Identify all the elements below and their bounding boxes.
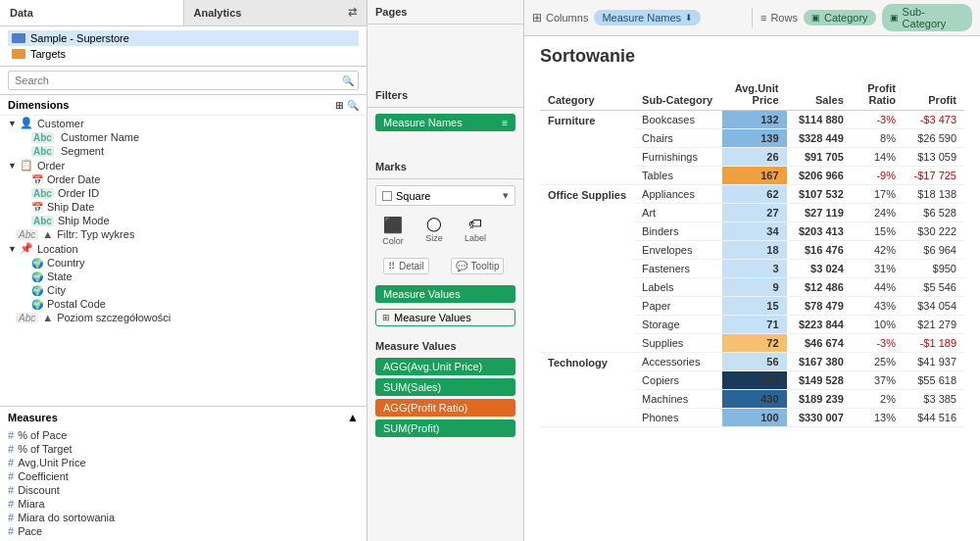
hash-icon: #	[8, 525, 14, 537]
table-cell-avgprice: 100	[722, 409, 786, 427]
field-icon: ▲	[42, 228, 53, 240]
table-cell-sales: $3 024	[787, 260, 852, 278]
marks-type-selector[interactable]: Square ▾	[375, 185, 515, 206]
mark-color-control[interactable]: ⬛ Color	[375, 216, 411, 246]
rows-subcategory-pill[interactable]: ▣ Sub-Category	[882, 4, 972, 31]
tree-group-location[interactable]: ▼ 📌 Location	[0, 241, 367, 256]
table-cell-avgprice: 27	[722, 204, 786, 222]
tree-item-orderid[interactable]: Abc Order ID	[0, 186, 367, 200]
mark-size-control[interactable]: ◯ Size	[416, 216, 452, 246]
mark-tooltip-shelf[interactable]: 💬 Tooltip	[451, 258, 505, 274]
folder-icon: 👤	[20, 117, 33, 129]
marks-controls: ⬛ Color ◯ Size 🏷 Label	[375, 216, 515, 246]
table-cell-avgprice: 18	[722, 241, 786, 260]
columns-measure-names-pill[interactable]: Measure Names ⬇	[594, 10, 701, 25]
table-icon: ⊞	[382, 313, 390, 322]
measure-chip-profit[interactable]: SUM(Profit)	[375, 419, 515, 437]
tree-item-shipdate[interactable]: 📅 Ship Date	[0, 200, 367, 214]
rows-category-pill[interactable]: ▣ Category	[804, 10, 876, 25]
datasource-superstore[interactable]: Sample - Superstore	[8, 30, 359, 46]
table-cell-profitratio: -3%	[852, 334, 904, 353]
table-cell-profit: -$3 473	[904, 111, 964, 129]
table-cell-profit: $6 528	[904, 204, 964, 222]
measure-chip-sales[interactable]: SUM(Sales)	[375, 378, 515, 396]
data-sources-list: Sample - Superstore Targets	[0, 26, 367, 67]
tree-item-paceperc[interactable]: # % of Pace	[0, 428, 367, 442]
measure-values-shelf-chip-2[interactable]: ⊞ Measure Values	[375, 309, 515, 326]
search-input[interactable]	[8, 71, 359, 90]
measure-chip-avgprice[interactable]: AGG(Avg.Unit Price)	[375, 358, 515, 375]
toolbar-divider	[752, 8, 753, 27]
dimensions-grid-icon[interactable]: ⊞	[335, 100, 343, 111]
table-cell-sales: $328 449	[787, 129, 852, 148]
tree-item-filtr[interactable]: Abc ▲ Filtr: Typ wykres	[0, 227, 367, 241]
measure-chip-profitratio[interactable]: AGG(Profit Ratio)	[375, 399, 515, 417]
col-header-profit: Profit	[904, 78, 964, 111]
table-cell-avgprice: 430	[722, 390, 786, 409]
abc-special-icon: Abc	[16, 229, 38, 240]
globe-icon: 🌍	[31, 258, 43, 269]
detail-icon: ⠿	[388, 261, 395, 271]
filter-chip-icon: ≡	[502, 118, 508, 128]
mark-detail-shelf[interactable]: ⠿ Detail	[383, 258, 429, 274]
table-cell-category: Technology	[540, 353, 634, 427]
caret-icon: ▼	[8, 244, 17, 254]
tree-item-city[interactable]: 🌍 City	[0, 283, 367, 297]
table-cell-subcategory: Binders	[634, 222, 722, 241]
table-cell-profit: $13 059	[904, 148, 964, 167]
table-cell-avgprice: 3	[722, 260, 786, 278]
tree-item-orderdate[interactable]: 📅 Order Date	[0, 172, 367, 186]
columns-toolbar: ⊞ Columns Measure Names ⬇	[532, 10, 744, 25]
table-cell-avgprice: 26	[722, 148, 786, 167]
table-cell-profitratio: 8%	[852, 129, 904, 148]
hash-icon: #	[8, 484, 14, 496]
tree-item-targetperc[interactable]: # % of Target	[0, 442, 367, 456]
hash-icon: #	[8, 457, 14, 468]
search-bar: 🔍	[0, 67, 367, 95]
folder-icon: 📌	[20, 242, 33, 255]
tree-group-order[interactable]: ▼ 📋 Order	[0, 158, 367, 172]
tree-group-customer[interactable]: ▼ 👤 Customer	[0, 116, 367, 130]
tree-item-poziom[interactable]: Abc ▲ Poziom szczegółowości	[0, 311, 367, 324]
globe-icon: 🌍	[31, 285, 43, 296]
table-cell-subcategory: Chairs	[634, 129, 722, 148]
tree-item-discount[interactable]: # Discount	[0, 483, 367, 497]
tree-item-coefficient[interactable]: # Coefficient	[0, 469, 367, 483]
tree-item-segment[interactable]: Abc Segment	[0, 144, 367, 158]
datasource-icon	[12, 49, 25, 59]
table-cell-profit: $26 590	[904, 129, 964, 148]
col-header-subcategory: Sub-Category	[634, 78, 722, 111]
table-cell-subcategory: Accessories	[634, 353, 722, 371]
table-cell-category: Office Supplies	[540, 185, 634, 353]
tree-item-avgunitprice[interactable]: # Avg.Unit Price	[0, 456, 367, 469]
table-cell-subcategory: Supplies	[634, 334, 722, 353]
table-cell-profit: -$1 189	[904, 334, 964, 353]
tree-item-shipmode[interactable]: Abc Ship Mode	[0, 214, 367, 227]
table-cell-sales: $16 476	[787, 241, 852, 260]
tree-item-miaradosort[interactable]: # Miara do sortowania	[0, 511, 367, 524]
table-cell-profit: $41 937	[904, 353, 964, 371]
col-header-category: Category	[540, 78, 634, 111]
mark-label-control[interactable]: 🏷 Label	[458, 216, 493, 246]
table-cell-avgprice: 139	[722, 129, 786, 148]
field-icon: ▲	[42, 312, 53, 323]
tree-item-pace[interactable]: # Pace	[0, 524, 367, 538]
col-header-profitratio: Profit Ratio	[852, 78, 904, 111]
tree-item-customername[interactable]: Abc Customer Name	[0, 130, 367, 144]
data-tab[interactable]: Data	[0, 0, 184, 25]
filter-chip-measurenames[interactable]: Measure Names ≡	[375, 114, 515, 131]
table-cell-subcategory: Fasteners	[634, 260, 722, 278]
tree-item-postalcode[interactable]: 🌍 Postal Code	[0, 297, 367, 311]
tree-item-country[interactable]: 🌍 Country	[0, 256, 367, 270]
dimensions-search-icon[interactable]: 🔍	[347, 100, 359, 111]
globe-icon: 🌍	[31, 271, 43, 282]
analytics-tab[interactable]: Analytics ⇄	[184, 0, 368, 25]
tree-item-miara[interactable]: # Miara	[0, 497, 367, 511]
abc-icon: Abc	[31, 216, 54, 226]
datasource-targets[interactable]: Targets	[8, 46, 359, 62]
measures-expand-icon[interactable]: ▲	[347, 411, 359, 424]
measure-values-shelf-chip-1[interactable]: Measure Values	[375, 285, 515, 303]
filters-header: Filters	[368, 83, 523, 108]
calendar-icon: 📅	[31, 174, 43, 185]
tree-item-state[interactable]: 🌍 State	[0, 270, 367, 283]
